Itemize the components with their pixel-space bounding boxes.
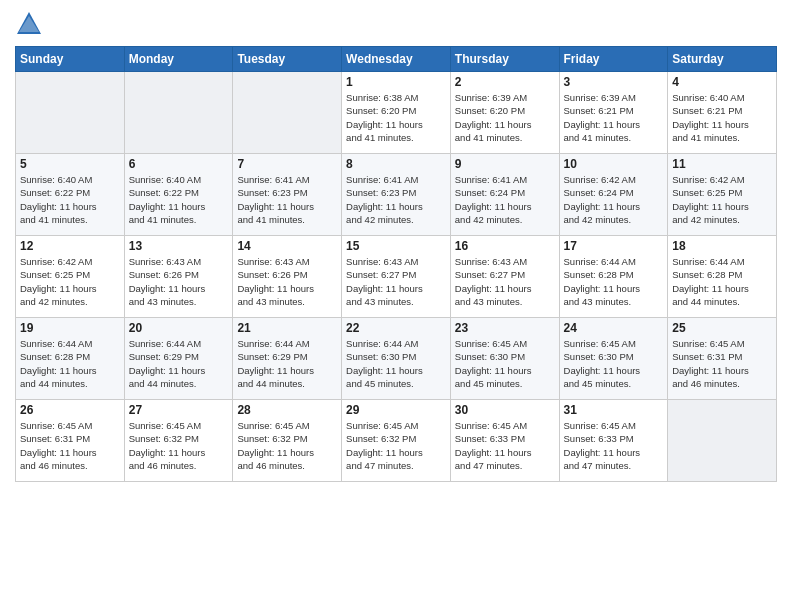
calendar-cell: 7Sunrise: 6:41 AM Sunset: 6:23 PM Daylig… — [233, 154, 342, 236]
calendar-cell: 15Sunrise: 6:43 AM Sunset: 6:27 PM Dayli… — [342, 236, 451, 318]
day-info: Sunrise: 6:44 AM Sunset: 6:29 PM Dayligh… — [129, 337, 229, 390]
weekday-header-wednesday: Wednesday — [342, 47, 451, 72]
calendar-cell: 29Sunrise: 6:45 AM Sunset: 6:32 PM Dayli… — [342, 400, 451, 482]
page: SundayMondayTuesdayWednesdayThursdayFrid… — [0, 0, 792, 612]
day-info: Sunrise: 6:41 AM Sunset: 6:23 PM Dayligh… — [346, 173, 446, 226]
svg-marker-1 — [19, 16, 39, 32]
day-number: 13 — [129, 239, 229, 253]
weekday-header-monday: Monday — [124, 47, 233, 72]
day-info: Sunrise: 6:44 AM Sunset: 6:28 PM Dayligh… — [564, 255, 664, 308]
day-info: Sunrise: 6:43 AM Sunset: 6:26 PM Dayligh… — [237, 255, 337, 308]
header — [15, 10, 777, 38]
day-number: 18 — [672, 239, 772, 253]
logo-icon — [15, 10, 43, 38]
day-number: 6 — [129, 157, 229, 171]
calendar-cell — [124, 72, 233, 154]
day-number: 7 — [237, 157, 337, 171]
day-info: Sunrise: 6:45 AM Sunset: 6:33 PM Dayligh… — [455, 419, 555, 472]
calendar-cell — [16, 72, 125, 154]
day-info: Sunrise: 6:41 AM Sunset: 6:24 PM Dayligh… — [455, 173, 555, 226]
calendar-cell: 24Sunrise: 6:45 AM Sunset: 6:30 PM Dayli… — [559, 318, 668, 400]
day-number: 10 — [564, 157, 664, 171]
calendar-cell: 20Sunrise: 6:44 AM Sunset: 6:29 PM Dayli… — [124, 318, 233, 400]
day-number: 4 — [672, 75, 772, 89]
calendar-cell: 31Sunrise: 6:45 AM Sunset: 6:33 PM Dayli… — [559, 400, 668, 482]
calendar-cell: 4Sunrise: 6:40 AM Sunset: 6:21 PM Daylig… — [668, 72, 777, 154]
calendar-cell: 14Sunrise: 6:43 AM Sunset: 6:26 PM Dayli… — [233, 236, 342, 318]
day-number: 25 — [672, 321, 772, 335]
calendar-cell: 6Sunrise: 6:40 AM Sunset: 6:22 PM Daylig… — [124, 154, 233, 236]
calendar-cell: 16Sunrise: 6:43 AM Sunset: 6:27 PM Dayli… — [450, 236, 559, 318]
weekday-header-tuesday: Tuesday — [233, 47, 342, 72]
day-number: 20 — [129, 321, 229, 335]
calendar-cell: 5Sunrise: 6:40 AM Sunset: 6:22 PM Daylig… — [16, 154, 125, 236]
day-info: Sunrise: 6:43 AM Sunset: 6:26 PM Dayligh… — [129, 255, 229, 308]
day-info: Sunrise: 6:44 AM Sunset: 6:28 PM Dayligh… — [20, 337, 120, 390]
week-row-4: 19Sunrise: 6:44 AM Sunset: 6:28 PM Dayli… — [16, 318, 777, 400]
day-info: Sunrise: 6:45 AM Sunset: 6:30 PM Dayligh… — [455, 337, 555, 390]
day-info: Sunrise: 6:42 AM Sunset: 6:24 PM Dayligh… — [564, 173, 664, 226]
day-info: Sunrise: 6:44 AM Sunset: 6:29 PM Dayligh… — [237, 337, 337, 390]
calendar-cell: 22Sunrise: 6:44 AM Sunset: 6:30 PM Dayli… — [342, 318, 451, 400]
calendar-cell: 17Sunrise: 6:44 AM Sunset: 6:28 PM Dayli… — [559, 236, 668, 318]
calendar-cell: 9Sunrise: 6:41 AM Sunset: 6:24 PM Daylig… — [450, 154, 559, 236]
day-info: Sunrise: 6:44 AM Sunset: 6:30 PM Dayligh… — [346, 337, 446, 390]
day-info: Sunrise: 6:45 AM Sunset: 6:31 PM Dayligh… — [672, 337, 772, 390]
day-info: Sunrise: 6:41 AM Sunset: 6:23 PM Dayligh… — [237, 173, 337, 226]
weekday-header-saturday: Saturday — [668, 47, 777, 72]
day-number: 23 — [455, 321, 555, 335]
weekday-header-friday: Friday — [559, 47, 668, 72]
day-info: Sunrise: 6:44 AM Sunset: 6:28 PM Dayligh… — [672, 255, 772, 308]
calendar-cell: 30Sunrise: 6:45 AM Sunset: 6:33 PM Dayli… — [450, 400, 559, 482]
day-info: Sunrise: 6:45 AM Sunset: 6:32 PM Dayligh… — [237, 419, 337, 472]
calendar-cell — [668, 400, 777, 482]
day-number: 27 — [129, 403, 229, 417]
day-number: 24 — [564, 321, 664, 335]
calendar-cell: 26Sunrise: 6:45 AM Sunset: 6:31 PM Dayli… — [16, 400, 125, 482]
day-number: 1 — [346, 75, 446, 89]
week-row-3: 12Sunrise: 6:42 AM Sunset: 6:25 PM Dayli… — [16, 236, 777, 318]
calendar-cell: 19Sunrise: 6:44 AM Sunset: 6:28 PM Dayli… — [16, 318, 125, 400]
day-number: 22 — [346, 321, 446, 335]
calendar-cell — [233, 72, 342, 154]
week-row-1: 1Sunrise: 6:38 AM Sunset: 6:20 PM Daylig… — [16, 72, 777, 154]
day-info: Sunrise: 6:43 AM Sunset: 6:27 PM Dayligh… — [346, 255, 446, 308]
calendar-cell: 1Sunrise: 6:38 AM Sunset: 6:20 PM Daylig… — [342, 72, 451, 154]
day-info: Sunrise: 6:45 AM Sunset: 6:33 PM Dayligh… — [564, 419, 664, 472]
calendar-cell: 27Sunrise: 6:45 AM Sunset: 6:32 PM Dayli… — [124, 400, 233, 482]
day-info: Sunrise: 6:40 AM Sunset: 6:22 PM Dayligh… — [129, 173, 229, 226]
calendar-cell: 21Sunrise: 6:44 AM Sunset: 6:29 PM Dayli… — [233, 318, 342, 400]
day-number: 3 — [564, 75, 664, 89]
day-number: 30 — [455, 403, 555, 417]
day-number: 15 — [346, 239, 446, 253]
day-number: 2 — [455, 75, 555, 89]
day-info: Sunrise: 6:39 AM Sunset: 6:20 PM Dayligh… — [455, 91, 555, 144]
day-info: Sunrise: 6:40 AM Sunset: 6:22 PM Dayligh… — [20, 173, 120, 226]
calendar-cell: 12Sunrise: 6:42 AM Sunset: 6:25 PM Dayli… — [16, 236, 125, 318]
calendar-cell: 8Sunrise: 6:41 AM Sunset: 6:23 PM Daylig… — [342, 154, 451, 236]
day-number: 28 — [237, 403, 337, 417]
day-info: Sunrise: 6:45 AM Sunset: 6:32 PM Dayligh… — [129, 419, 229, 472]
day-info: Sunrise: 6:40 AM Sunset: 6:21 PM Dayligh… — [672, 91, 772, 144]
calendar-cell: 23Sunrise: 6:45 AM Sunset: 6:30 PM Dayli… — [450, 318, 559, 400]
calendar-cell: 18Sunrise: 6:44 AM Sunset: 6:28 PM Dayli… — [668, 236, 777, 318]
calendar-cell: 11Sunrise: 6:42 AM Sunset: 6:25 PM Dayli… — [668, 154, 777, 236]
day-info: Sunrise: 6:45 AM Sunset: 6:30 PM Dayligh… — [564, 337, 664, 390]
day-number: 19 — [20, 321, 120, 335]
calendar-cell: 10Sunrise: 6:42 AM Sunset: 6:24 PM Dayli… — [559, 154, 668, 236]
day-number: 17 — [564, 239, 664, 253]
day-number: 8 — [346, 157, 446, 171]
calendar-cell: 13Sunrise: 6:43 AM Sunset: 6:26 PM Dayli… — [124, 236, 233, 318]
day-number: 12 — [20, 239, 120, 253]
day-info: Sunrise: 6:42 AM Sunset: 6:25 PM Dayligh… — [672, 173, 772, 226]
day-number: 11 — [672, 157, 772, 171]
day-info: Sunrise: 6:39 AM Sunset: 6:21 PM Dayligh… — [564, 91, 664, 144]
weekday-header-row: SundayMondayTuesdayWednesdayThursdayFrid… — [16, 47, 777, 72]
calendar-table: SundayMondayTuesdayWednesdayThursdayFrid… — [15, 46, 777, 482]
weekday-header-thursday: Thursday — [450, 47, 559, 72]
day-number: 31 — [564, 403, 664, 417]
week-row-5: 26Sunrise: 6:45 AM Sunset: 6:31 PM Dayli… — [16, 400, 777, 482]
day-number: 9 — [455, 157, 555, 171]
calendar-cell: 3Sunrise: 6:39 AM Sunset: 6:21 PM Daylig… — [559, 72, 668, 154]
day-number: 21 — [237, 321, 337, 335]
